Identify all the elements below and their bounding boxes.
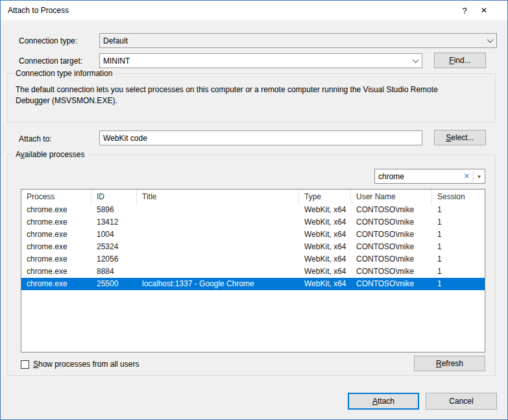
show-all-users-checkbox-row[interactable]: Show processes from all users [21, 360, 139, 369]
column-header-session[interactable]: Session [432, 190, 485, 204]
cell-type: WebKit, x64 [299, 241, 351, 253]
connection-target-input[interactable] [100, 54, 409, 68]
column-header-process[interactable]: Process [21, 190, 91, 204]
process-row[interactable]: chrome.exe 25324 WebKit, x64 CONTOSO\mik… [21, 241, 485, 253]
cell-title [137, 216, 299, 229]
cell-type: WebKit, x64 [299, 253, 351, 266]
dialog-title: Attach to Process [8, 6, 69, 15]
help-icon[interactable]: ? [455, 1, 474, 20]
cell-session: 1 [432, 266, 485, 278]
cell-title [137, 241, 299, 253]
cell-type: WebKit, x64 [299, 204, 351, 216]
cell-process: chrome.exe [21, 241, 91, 253]
column-header-id[interactable]: ID [91, 190, 137, 204]
select-button[interactable]: Select... [434, 130, 486, 145]
cell-id: 25324 [91, 241, 137, 253]
attach-to-field[interactable] [99, 130, 422, 145]
connection-info-group-title: Connection type information [13, 69, 115, 79]
cell-process: chrome.exe [21, 278, 91, 290]
cell-username: CONTOSO\mike [351, 241, 432, 253]
cell-username: CONTOSO\mike [351, 216, 432, 229]
titlebar[interactable]: Attach to Process ? ✕ [1, 1, 507, 20]
show-all-users-label: Show processes from all users [33, 360, 139, 369]
process-row[interactable]: chrome.exe 12056 WebKit, x64 CONTOSO\mik… [21, 253, 485, 266]
cell-username: CONTOSO\mike [351, 278, 432, 290]
connection-type-dropdown[interactable]: Default [99, 33, 497, 48]
cell-title [137, 253, 299, 266]
process-row[interactable]: chrome.exe 25500 localhost:1337 - Google… [21, 278, 485, 290]
column-header-type[interactable]: Type [299, 190, 351, 204]
process-row[interactable]: chrome.exe 8884 WebKit, x64 CONTOSO\mike… [21, 266, 485, 278]
cell-username: CONTOSO\mike [351, 266, 432, 278]
available-processes-groupbox: Available processes ✕ ▾ Process ID Title… [7, 154, 496, 376]
refresh-button[interactable]: Refresh [414, 356, 485, 371]
dialog-body: Connection type: Default Connection targ… [1, 20, 507, 419]
connection-type-label: Connection type: [19, 36, 77, 45]
cell-id: 8884 [91, 266, 137, 278]
column-header-title[interactable]: Title [137, 190, 299, 204]
cell-id: 12056 [91, 253, 137, 266]
checkbox[interactable] [21, 360, 29, 369]
attach-to-label: Attach to: [19, 134, 52, 143]
filter-dropdown-icon[interactable]: ▾ [474, 173, 485, 180]
process-row[interactable]: chrome.exe 13412 WebKit, x64 CONTOSO\mik… [21, 216, 485, 229]
connection-info-text: The default connection lets you select p… [16, 84, 470, 106]
column-header-username[interactable]: User Name [351, 190, 432, 204]
process-table[interactable]: Process ID Title Type User Name Session … [21, 189, 485, 352]
connection-info-groupbox: Connection type information The default … [7, 73, 496, 123]
cell-session: 1 [432, 229, 485, 241]
cell-title: localhost:1337 - Google Chrome [137, 278, 299, 290]
process-filter-input[interactable] [375, 169, 460, 183]
filter-clear-icon[interactable]: ✕ [460, 172, 473, 180]
cell-username: CONTOSO\mike [351, 204, 432, 216]
connection-target-label: Connection target: [19, 56, 82, 66]
cell-username: CONTOSO\mike [351, 229, 432, 241]
available-processes-group-title: Available processes [13, 150, 88, 160]
chevron-down-icon [409, 54, 422, 68]
cell-username: CONTOSO\mike [351, 253, 432, 266]
cell-id: 1004 [91, 229, 137, 241]
cell-type: WebKit, x64 [299, 278, 351, 290]
cell-title [137, 266, 299, 278]
chevron-down-icon [483, 34, 496, 47]
cell-session: 1 [432, 216, 485, 229]
cell-type: WebKit, x64 [299, 229, 351, 241]
cell-session: 1 [432, 204, 485, 216]
connection-type-value: Default [100, 36, 483, 45]
cell-process: chrome.exe [21, 204, 91, 216]
cell-session: 1 [432, 241, 485, 253]
cell-title [137, 204, 299, 216]
cell-type: WebKit, x64 [299, 266, 351, 278]
cell-process: chrome.exe [21, 229, 91, 241]
cell-title [137, 229, 299, 241]
cell-type: WebKit, x64 [299, 216, 351, 229]
process-row[interactable]: chrome.exe 5896 WebKit, x64 CONTOSO\mike… [21, 204, 485, 216]
cell-id: 25500 [91, 278, 137, 290]
cell-process: chrome.exe [21, 216, 91, 229]
cell-process: chrome.exe [21, 266, 91, 278]
attach-to-process-dialog: Attach to Process ? ✕ Connection type: D… [0, 0, 508, 420]
table-rows: chrome.exe 5896 WebKit, x64 CONTOSO\mike… [21, 204, 485, 290]
close-icon[interactable]: ✕ [475, 1, 493, 20]
connection-target-combobox[interactable] [99, 53, 422, 68]
cell-process: chrome.exe [21, 253, 91, 266]
process-row[interactable]: chrome.exe 1004 WebKit, x64 CONTOSO\mike… [21, 229, 485, 241]
table-header: Process ID Title Type User Name Session [21, 190, 485, 204]
cell-id: 5896 [91, 204, 137, 216]
cancel-button[interactable]: Cancel [426, 393, 497, 410]
attach-button[interactable]: Attach [348, 393, 419, 410]
cell-id: 13412 [91, 216, 137, 229]
find-button[interactable]: Find... [434, 53, 486, 68]
cell-session: 1 [432, 278, 485, 290]
cell-session: 1 [432, 253, 485, 266]
process-filter-box[interactable]: ✕ ▾ [374, 169, 485, 184]
